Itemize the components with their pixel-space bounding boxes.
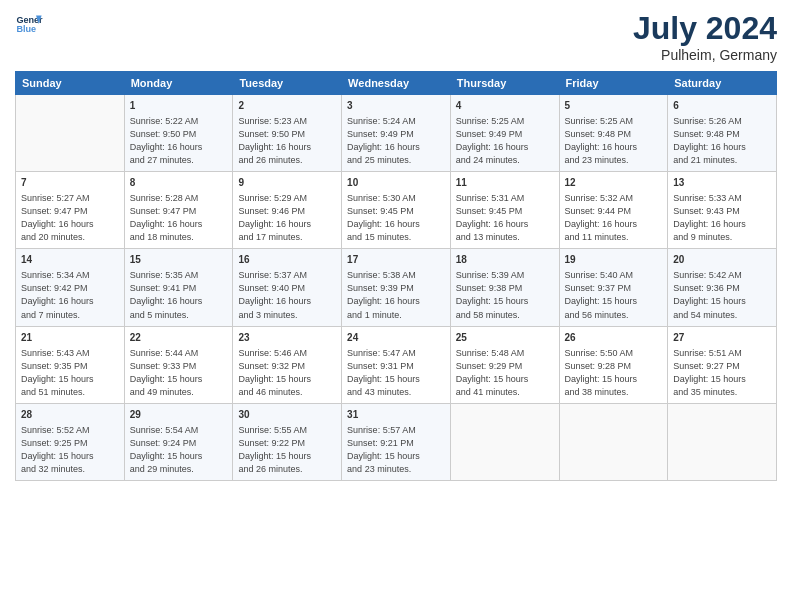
day-number: 24 <box>347 331 445 345</box>
week-row-2: 7Sunrise: 5:27 AM Sunset: 9:47 PM Daylig… <box>16 172 777 249</box>
day-info: Sunrise: 5:31 AM Sunset: 9:45 PM Dayligh… <box>456 192 554 244</box>
calendar-cell: 16Sunrise: 5:37 AM Sunset: 9:40 PM Dayli… <box>233 249 342 326</box>
day-number: 14 <box>21 253 119 267</box>
day-number: 31 <box>347 408 445 422</box>
day-number: 20 <box>673 253 771 267</box>
calendar-cell <box>559 403 668 480</box>
calendar-cell <box>16 95 125 172</box>
calendar-cell: 4Sunrise: 5:25 AM Sunset: 9:49 PM Daylig… <box>450 95 559 172</box>
calendar-cell: 10Sunrise: 5:30 AM Sunset: 9:45 PM Dayli… <box>342 172 451 249</box>
header: General Blue July 2024 Pulheim, Germany <box>15 10 777 63</box>
day-info: Sunrise: 5:26 AM Sunset: 9:48 PM Dayligh… <box>673 115 771 167</box>
svg-text:Blue: Blue <box>16 24 36 34</box>
day-info: Sunrise: 5:50 AM Sunset: 9:28 PM Dayligh… <box>565 347 663 399</box>
day-info: Sunrise: 5:39 AM Sunset: 9:38 PM Dayligh… <box>456 269 554 321</box>
day-number: 5 <box>565 99 663 113</box>
day-info: Sunrise: 5:34 AM Sunset: 9:42 PM Dayligh… <box>21 269 119 321</box>
day-number: 22 <box>130 331 228 345</box>
calendar-cell: 27Sunrise: 5:51 AM Sunset: 9:27 PM Dayli… <box>668 326 777 403</box>
calendar-cell: 29Sunrise: 5:54 AM Sunset: 9:24 PM Dayli… <box>124 403 233 480</box>
day-info: Sunrise: 5:38 AM Sunset: 9:39 PM Dayligh… <box>347 269 445 321</box>
calendar-cell: 14Sunrise: 5:34 AM Sunset: 9:42 PM Dayli… <box>16 249 125 326</box>
day-number: 15 <box>130 253 228 267</box>
day-info: Sunrise: 5:46 AM Sunset: 9:32 PM Dayligh… <box>238 347 336 399</box>
calendar-cell: 1Sunrise: 5:22 AM Sunset: 9:50 PM Daylig… <box>124 95 233 172</box>
header-row: SundayMondayTuesdayWednesdayThursdayFrid… <box>16 72 777 95</box>
day-number: 8 <box>130 176 228 190</box>
calendar-table: SundayMondayTuesdayWednesdayThursdayFrid… <box>15 71 777 481</box>
calendar-cell: 7Sunrise: 5:27 AM Sunset: 9:47 PM Daylig… <box>16 172 125 249</box>
page-title: July 2024 <box>633 10 777 47</box>
day-info: Sunrise: 5:55 AM Sunset: 9:22 PM Dayligh… <box>238 424 336 476</box>
calendar-cell: 24Sunrise: 5:47 AM Sunset: 9:31 PM Dayli… <box>342 326 451 403</box>
day-number: 13 <box>673 176 771 190</box>
day-info: Sunrise: 5:30 AM Sunset: 9:45 PM Dayligh… <box>347 192 445 244</box>
day-number: 28 <box>21 408 119 422</box>
title-area: July 2024 Pulheim, Germany <box>633 10 777 63</box>
day-info: Sunrise: 5:54 AM Sunset: 9:24 PM Dayligh… <box>130 424 228 476</box>
day-number: 25 <box>456 331 554 345</box>
calendar-cell: 26Sunrise: 5:50 AM Sunset: 9:28 PM Dayli… <box>559 326 668 403</box>
day-number: 23 <box>238 331 336 345</box>
col-header-sunday: Sunday <box>16 72 125 95</box>
day-info: Sunrise: 5:42 AM Sunset: 9:36 PM Dayligh… <box>673 269 771 321</box>
week-row-4: 21Sunrise: 5:43 AM Sunset: 9:35 PM Dayli… <box>16 326 777 403</box>
calendar-cell: 2Sunrise: 5:23 AM Sunset: 9:50 PM Daylig… <box>233 95 342 172</box>
day-info: Sunrise: 5:57 AM Sunset: 9:21 PM Dayligh… <box>347 424 445 476</box>
day-number: 29 <box>130 408 228 422</box>
day-info: Sunrise: 5:51 AM Sunset: 9:27 PM Dayligh… <box>673 347 771 399</box>
col-header-monday: Monday <box>124 72 233 95</box>
day-number: 2 <box>238 99 336 113</box>
calendar-cell: 19Sunrise: 5:40 AM Sunset: 9:37 PM Dayli… <box>559 249 668 326</box>
calendar-cell: 5Sunrise: 5:25 AM Sunset: 9:48 PM Daylig… <box>559 95 668 172</box>
day-number: 6 <box>673 99 771 113</box>
calendar-cell <box>668 403 777 480</box>
day-number: 19 <box>565 253 663 267</box>
day-info: Sunrise: 5:35 AM Sunset: 9:41 PM Dayligh… <box>130 269 228 321</box>
calendar-cell: 11Sunrise: 5:31 AM Sunset: 9:45 PM Dayli… <box>450 172 559 249</box>
calendar-cell: 20Sunrise: 5:42 AM Sunset: 9:36 PM Dayli… <box>668 249 777 326</box>
day-number: 26 <box>565 331 663 345</box>
day-info: Sunrise: 5:43 AM Sunset: 9:35 PM Dayligh… <box>21 347 119 399</box>
col-header-wednesday: Wednesday <box>342 72 451 95</box>
day-number: 17 <box>347 253 445 267</box>
day-info: Sunrise: 5:25 AM Sunset: 9:49 PM Dayligh… <box>456 115 554 167</box>
calendar-cell: 31Sunrise: 5:57 AM Sunset: 9:21 PM Dayli… <box>342 403 451 480</box>
page-subtitle: Pulheim, Germany <box>633 47 777 63</box>
col-header-saturday: Saturday <box>668 72 777 95</box>
calendar-cell: 21Sunrise: 5:43 AM Sunset: 9:35 PM Dayli… <box>16 326 125 403</box>
logo-icon: General Blue <box>15 10 43 38</box>
day-info: Sunrise: 5:25 AM Sunset: 9:48 PM Dayligh… <box>565 115 663 167</box>
day-info: Sunrise: 5:37 AM Sunset: 9:40 PM Dayligh… <box>238 269 336 321</box>
calendar-cell: 8Sunrise: 5:28 AM Sunset: 9:47 PM Daylig… <box>124 172 233 249</box>
calendar-cell: 6Sunrise: 5:26 AM Sunset: 9:48 PM Daylig… <box>668 95 777 172</box>
calendar-cell: 23Sunrise: 5:46 AM Sunset: 9:32 PM Dayli… <box>233 326 342 403</box>
day-number: 27 <box>673 331 771 345</box>
calendar-cell: 9Sunrise: 5:29 AM Sunset: 9:46 PM Daylig… <box>233 172 342 249</box>
day-number: 11 <box>456 176 554 190</box>
day-info: Sunrise: 5:47 AM Sunset: 9:31 PM Dayligh… <box>347 347 445 399</box>
day-info: Sunrise: 5:23 AM Sunset: 9:50 PM Dayligh… <box>238 115 336 167</box>
week-row-5: 28Sunrise: 5:52 AM Sunset: 9:25 PM Dayli… <box>16 403 777 480</box>
day-number: 12 <box>565 176 663 190</box>
day-info: Sunrise: 5:32 AM Sunset: 9:44 PM Dayligh… <box>565 192 663 244</box>
col-header-thursday: Thursday <box>450 72 559 95</box>
day-number: 16 <box>238 253 336 267</box>
week-row-3: 14Sunrise: 5:34 AM Sunset: 9:42 PM Dayli… <box>16 249 777 326</box>
day-number: 30 <box>238 408 336 422</box>
week-row-1: 1Sunrise: 5:22 AM Sunset: 9:50 PM Daylig… <box>16 95 777 172</box>
day-number: 21 <box>21 331 119 345</box>
calendar-cell: 15Sunrise: 5:35 AM Sunset: 9:41 PM Dayli… <box>124 249 233 326</box>
calendar-cell: 12Sunrise: 5:32 AM Sunset: 9:44 PM Dayli… <box>559 172 668 249</box>
calendar-cell: 30Sunrise: 5:55 AM Sunset: 9:22 PM Dayli… <box>233 403 342 480</box>
day-info: Sunrise: 5:44 AM Sunset: 9:33 PM Dayligh… <box>130 347 228 399</box>
day-info: Sunrise: 5:48 AM Sunset: 9:29 PM Dayligh… <box>456 347 554 399</box>
day-info: Sunrise: 5:24 AM Sunset: 9:49 PM Dayligh… <box>347 115 445 167</box>
calendar-cell: 22Sunrise: 5:44 AM Sunset: 9:33 PM Dayli… <box>124 326 233 403</box>
logo: General Blue <box>15 10 43 38</box>
day-info: Sunrise: 5:29 AM Sunset: 9:46 PM Dayligh… <box>238 192 336 244</box>
day-number: 4 <box>456 99 554 113</box>
calendar-cell: 18Sunrise: 5:39 AM Sunset: 9:38 PM Dayli… <box>450 249 559 326</box>
col-header-tuesday: Tuesday <box>233 72 342 95</box>
day-info: Sunrise: 5:27 AM Sunset: 9:47 PM Dayligh… <box>21 192 119 244</box>
